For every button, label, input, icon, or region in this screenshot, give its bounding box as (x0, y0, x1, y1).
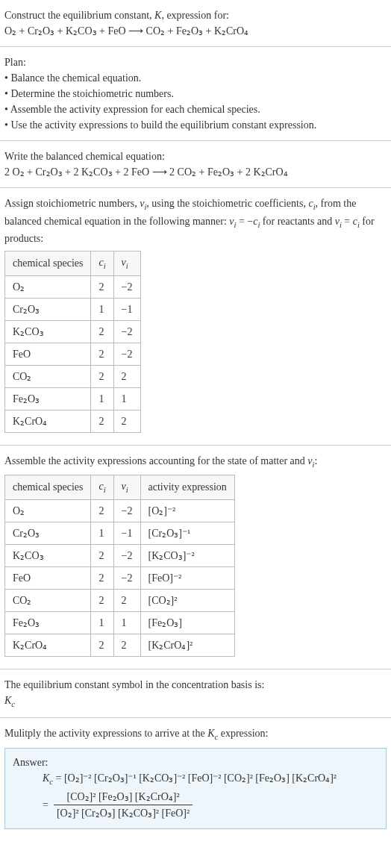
cell-v: −2 (113, 499, 140, 522)
cell-v: 2 (113, 410, 140, 432)
table-row: Cr₂O₃1−1 (5, 298, 141, 320)
cell-c: 1 (91, 387, 113, 410)
activity-section: Assemble the activity expressions accoun… (0, 446, 391, 669)
answer-label: Answer: (13, 755, 378, 770)
prompt-section: Construct the equilibrium constant, K, e… (0, 0, 391, 47)
cell-species: K₂CO₃ (5, 320, 91, 343)
col-ci: ci (91, 252, 113, 276)
cell-species: K₂CO₃ (5, 544, 91, 566)
activity-title: Assemble the activity expressions accoun… (4, 453, 387, 471)
plan-item-text: Balance the chemical equation. (10, 72, 141, 84)
symbol-line1: The equilibrium constant symbol in the c… (4, 677, 387, 693)
table-row: K₂CrO₄22 (5, 410, 141, 432)
answer-box: Answer: Kc = [O₂]⁻² [Cr₂O₃]⁻¹ [K₂CO₃]⁻² … (4, 748, 387, 830)
cell-v: 2 (113, 589, 140, 611)
balanced-equation: 2 O₂ + Cr₂O₃ + 2 K₂CO₃ + 2 FeO ⟶ 2 CO₂ +… (4, 164, 387, 180)
plan-item: • Determine the stoichiometric numbers. (4, 86, 387, 102)
cell-c: 2 (91, 365, 113, 387)
cell-species: K₂CrO₄ (5, 634, 91, 656)
cell-expr: [K₂CO₃]⁻² (140, 544, 234, 566)
cell-v: 2 (113, 365, 140, 387)
cell-species: O₂ (5, 275, 91, 298)
table-row: CO₂22[CO₂]² (5, 589, 235, 611)
table-row: O₂2−2[O₂]⁻² (5, 499, 235, 522)
symbol-kc: Kc (4, 693, 387, 711)
cell-expr: [FeO]⁻² (140, 566, 234, 589)
plan-item: • Use the activity expressions to build … (4, 117, 387, 133)
cell-c: 2 (91, 275, 113, 298)
cell-c: 1 (91, 298, 113, 320)
table-row: K₂CO₃2−2[K₂CO₃]⁻² (5, 544, 235, 566)
cell-expr: [K₂CrO₄]² (140, 634, 234, 656)
answer-flat: [O₂]⁻² [Cr₂O₃]⁻¹ [K₂CO₃]⁻² [FeO]⁻² [CO₂]… (64, 772, 337, 784)
cell-species: Cr₂O₃ (5, 522, 91, 544)
table-row: FeO2−2[FeO]⁻² (5, 566, 235, 589)
answer-denominator: [O₂]² [Cr₂O₃] [K₂CO₃]² [FeO]² (54, 805, 193, 821)
cell-species: Fe₂O₃ (5, 387, 91, 410)
cell-v: −1 (113, 522, 140, 544)
cell-v: −2 (113, 566, 140, 589)
activity-table: chemical species ci νi activity expressi… (4, 475, 235, 657)
cell-expr: [CO₂]² (140, 589, 234, 611)
cell-species: O₂ (5, 499, 91, 522)
table-row: K₂CO₃2−2 (5, 320, 141, 343)
balanced-title: Write the balanced chemical equation: (4, 149, 387, 164)
cell-expr: [Fe₂O₃] (140, 611, 234, 634)
cell-expr: [Cr₂O₃]⁻¹ (140, 522, 234, 544)
col-ci: ci (91, 475, 113, 500)
cell-v: −1 (113, 298, 140, 320)
answer-fraction: [CO₂]² [Fe₂O₃] [K₂CrO₄]² [O₂]² [Cr₂O₃] [… (54, 789, 193, 821)
prompt-line1: Construct the equilibrium constant, K, e… (4, 7, 387, 23)
plan-section: Plan: • Balance the chemical equation. •… (0, 47, 391, 141)
plan-item: • Assemble the activity expression for e… (4, 102, 387, 117)
cell-species: FeO (5, 566, 91, 589)
cell-v: 1 (113, 611, 140, 634)
cell-species: Cr₂O₃ (5, 298, 91, 320)
multiply-title: Mulitply the activity expressions to arr… (4, 725, 387, 743)
cell-species: K₂CrO₄ (5, 410, 91, 432)
cell-expr: [O₂]⁻² (140, 499, 234, 522)
cell-v: −2 (113, 544, 140, 566)
assign-section: Assign stoichiometric numbers, νi, using… (0, 188, 391, 446)
table-row: K₂CrO₄22[K₂CrO₄]² (5, 634, 235, 656)
table-header-row: chemical species ci νi (5, 252, 141, 276)
col-expr: activity expression (140, 475, 234, 500)
table-row: Fe₂O₃11[Fe₂O₃] (5, 611, 235, 634)
cell-species: CO₂ (5, 589, 91, 611)
plan-item: • Balance the chemical equation. (4, 70, 387, 86)
table-row: Fe₂O₃11 (5, 387, 141, 410)
cell-species: CO₂ (5, 365, 91, 387)
table-header-row: chemical species ci νi activity expressi… (5, 475, 235, 500)
cell-v: 2 (113, 634, 140, 656)
table-row: Cr₂O₃1−1[Cr₂O₃]⁻¹ (5, 522, 235, 544)
balanced-section: Write the balanced chemical equation: 2 … (0, 141, 391, 188)
assign-text: Assign stoichiometric numbers, νi, using… (4, 196, 387, 246)
cell-v: 1 (113, 387, 140, 410)
cell-v: −2 (113, 320, 140, 343)
plan-item-text: Assemble the activity expression for eac… (10, 104, 260, 115)
symbol-section: The equilibrium constant symbol in the c… (0, 669, 391, 719)
col-species: chemical species (5, 475, 91, 500)
plan-item-text: Determine the stoichiometric numbers. (10, 88, 174, 99)
table-row: CO₂22 (5, 365, 141, 387)
cell-c: 2 (91, 589, 113, 611)
plan-item-text: Use the activity expressions to build th… (10, 119, 316, 131)
col-vi: νi (113, 252, 140, 276)
cell-c: 1 (91, 611, 113, 634)
cell-species: FeO (5, 343, 91, 365)
cell-species: Fe₂O₃ (5, 611, 91, 634)
table-row: O₂2−2 (5, 275, 141, 298)
stoich-table: chemical species ci νi O₂2−2 Cr₂O₃1−1 K₂… (4, 251, 141, 433)
cell-c: 2 (91, 320, 113, 343)
col-vi: νi (113, 475, 140, 500)
table-row: FeO2−2 (5, 343, 141, 365)
cell-c: 2 (91, 634, 113, 656)
cell-c: 2 (91, 343, 113, 365)
cell-c: 2 (91, 499, 113, 522)
answer-numerator: [CO₂]² [Fe₂O₃] [K₂CrO₄]² (54, 789, 193, 805)
cell-c: 1 (91, 522, 113, 544)
cell-v: −2 (113, 343, 140, 365)
cell-v: −2 (113, 275, 140, 298)
cell-c: 2 (91, 566, 113, 589)
cell-c: 2 (91, 544, 113, 566)
